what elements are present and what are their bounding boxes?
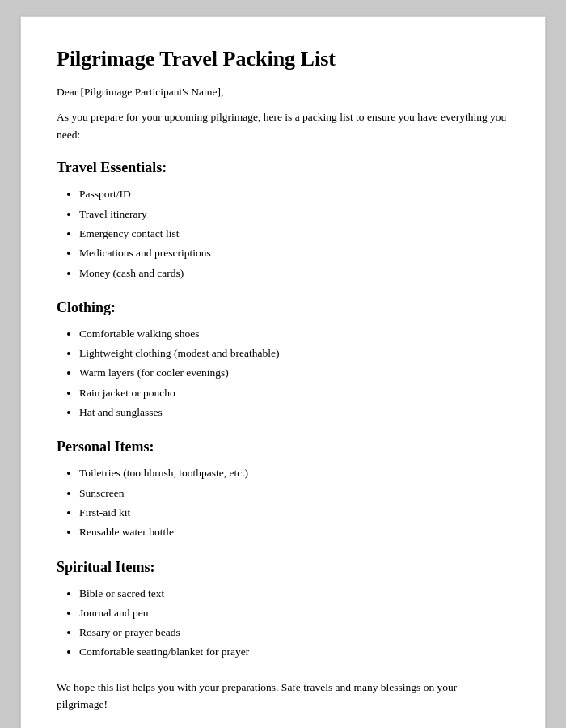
list-item: Medications and prescriptions (79, 243, 509, 263)
list-item: Hat and sunglasses (79, 403, 509, 422)
section-heading-travel-essentials: Travel Essentials: (57, 159, 509, 176)
section-heading-spiritual-items: Spiritual Items: (57, 559, 509, 576)
intro-text: As you prepare for your upcoming pilgrim… (57, 108, 509, 143)
list-item: Emergency contact list (79, 224, 509, 243)
section-spiritual-items: Spiritual Items: Bible or sacred text Jo… (57, 559, 509, 662)
list-item: Toiletries (toothbrush, toothpaste, etc.… (79, 463, 509, 483)
clothing-list: Comfortable walking shoes Lightweight cl… (57, 324, 509, 422)
section-travel-essentials: Travel Essentials: Passport/ID Travel it… (57, 159, 509, 282)
list-item: Reusable water bottle (79, 523, 509, 542)
list-item: Rosary or prayer beads (79, 623, 509, 642)
salutation: Dear [Pilgrimage Participant's Name], (57, 86, 509, 99)
list-item: Journal and pen (79, 603, 509, 623)
section-clothing: Clothing: Comfortable walking shoes Ligh… (57, 299, 509, 422)
list-item: Comfortable seating/blanket for prayer (79, 642, 509, 662)
travel-essentials-list: Passport/ID Travel itinerary Emergency c… (57, 184, 509, 282)
section-heading-personal-items: Personal Items: (57, 438, 509, 455)
section-heading-clothing: Clothing: (57, 299, 509, 316)
list-item: Rain jacket or poncho (79, 383, 509, 403)
document-title: Pilgrimage Travel Packing List (57, 46, 509, 71)
list-item: Travel itinerary (79, 205, 509, 224)
list-item: Comfortable walking shoes (79, 324, 509, 344)
spiritual-items-list: Bible or sacred text Journal and pen Ros… (57, 584, 509, 662)
list-item: Bible or sacred text (79, 584, 509, 603)
section-personal-items: Personal Items: Toiletries (toothbrush, … (57, 438, 509, 542)
closing-text: We hope this list helps you with your pr… (57, 679, 509, 713)
list-item: Warm layers (for cooler evenings) (79, 363, 509, 383)
personal-items-list: Toiletries (toothbrush, toothpaste, etc.… (57, 463, 509, 542)
list-item: Money (cash and cards) (79, 264, 509, 283)
list-item: Passport/ID (79, 184, 509, 204)
list-item: Lightweight clothing (modest and breatha… (79, 344, 509, 363)
list-item: Sunscreen (79, 484, 509, 503)
document: Pilgrimage Travel Packing List Dear [Pil… (20, 16, 546, 728)
list-item: First-aid kit (79, 503, 509, 523)
